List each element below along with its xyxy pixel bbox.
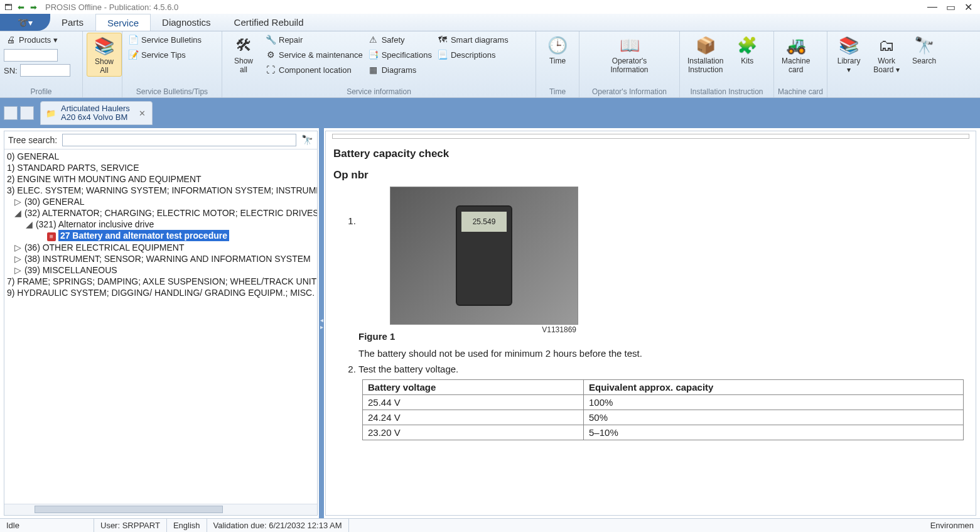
smart-diagrams-button[interactable]: 🗺Smart diagrams [436,33,510,46]
expand-icon[interactable]: ◢ [26,219,33,229]
operators-info-button[interactable]: 📖Operator's Information [606,33,652,75]
tree-row[interactable]: ▷ (30) GENERAL [4,196,317,207]
expand-icon[interactable]: ▷ [14,254,22,264]
table-row: 25.44 V100% [363,395,964,410]
menu-tab-bar: ➰▾ Parts Service Diagnostics Certified R… [0,14,980,31]
expand-icon[interactable]: ◢ [14,208,22,218]
figure-caption: Figure 1 [358,331,971,342]
kits-button[interactable]: 🧩Kits [730,33,765,67]
products-input[interactable] [4,49,58,62]
chevron-down-icon: ▾ [53,35,58,45]
tools-icon: 🛠 [232,34,255,57]
machine-card-button[interactable]: 🚜Machine card [778,33,814,75]
tree-label: 27 Battery and alternator test procedure [58,230,229,241]
specifications-button[interactable]: 📑Specifications [367,48,433,62]
diagrams-button[interactable]: ▦Diagrams [367,63,433,77]
minimize-button[interactable]: — [927,1,937,13]
tab-parts[interactable]: Parts [50,14,95,31]
tree-label: (30) GENERAL [24,197,85,207]
time-button[interactable]: 🕒Time [540,33,575,67]
tree-row[interactable]: 3) ELEC. SYSTEM; WARNING SYSTEM; INFORMA… [4,185,317,196]
svcinfo-show-all-button[interactable]: 🛠Show all [226,33,261,75]
tree-row[interactable]: 1) STANDARD PARTS, SERVICE [4,162,317,173]
document-tab[interactable]: 📁 Articulated HaulersA20 6x4 Volvo BM ✕ [40,101,153,126]
title-bar: 🗔 ⬅ ➡ PROSIS Offline - Publication: 4.5.… [0,0,980,14]
meter-reading: 25.549 [461,212,507,232]
sn-input[interactable] [20,64,70,77]
ribbon-group-service-info: Service information [226,87,532,97]
document-icon: ≡ [47,232,56,241]
products-dropdown[interactable]: 🖨Products ▾ [4,33,59,46]
close-button[interactable]: ✕ [964,1,972,13]
truncated-table-bottom [332,134,969,139]
table-row: 23.20 V5–10% [363,425,964,440]
voltage-capacity-table: Battery voltage Equivalent approx. capac… [362,379,964,440]
search-button[interactable]: 🔭Search [907,33,942,67]
tree-search-input[interactable] [62,134,296,146]
kits-icon: 🧩 [736,34,758,57]
binoculars-icon: 🔭 [913,34,935,57]
service-maintenance-button[interactable]: ⚙Service & maintenance [264,48,364,62]
library-button[interactable]: 📚Library▾ [831,33,866,75]
tips-icon: 📝 [127,49,139,60]
package-icon: 📦 [694,34,717,57]
work-board-button[interactable]: 🗂Work Board ▾ [869,33,904,75]
tree-row[interactable]: 0) GENERAL [4,151,317,162]
tree-label: (32) ALTERNATOR; CHARGING; ELECTRIC MOTO… [24,208,317,218]
service-tips-button[interactable]: 📝Service Tips [126,48,203,62]
close-tab-button[interactable]: ✕ [139,109,146,118]
tab-diagnostics[interactable]: Diagnostics [151,14,223,31]
expand-icon[interactable]: ▷ [14,242,22,252]
tree-search-button[interactable]: 🔭 [301,134,313,146]
status-language: English [167,519,207,532]
forward-icon[interactable]: ➡ [28,1,39,13]
horizontal-scrollbar[interactable] [4,504,317,515]
step-2: Test the battery voltage. [358,364,971,374]
app-menu-button[interactable]: ➰▾ [0,14,50,31]
bulletin-icon: 📄 [127,34,139,45]
expand-icon[interactable]: ▷ [14,197,22,207]
back-icon[interactable]: ⬅ [15,1,26,13]
tree-row[interactable]: 2) ENGINE WITH MOUNTING AND EQUIPMENT [4,173,317,185]
content-panel[interactable]: Battery capacity check Op nbr 25.549 V11… [325,131,976,516]
tree-row[interactable]: ◢ (32) ALTERNATOR; CHARGING; ELECTRIC MO… [4,207,317,219]
desc-icon: 📃 [437,49,448,60]
installation-instruction-button[interactable]: 📦Installation Instruction [684,33,727,75]
tree-row[interactable]: ▷ (38) INSTRUMENT; SENSOR; WARNING AND I… [4,253,317,264]
warning-icon: ⚠ [368,34,379,45]
ribbon-group-bulletins: Service Bulletins/Tips [126,87,218,97]
status-user: User: SRPPART [94,519,167,532]
descriptions-button[interactable]: 📃Descriptions [436,48,510,62]
tree-label: (321) Alternator inclusive drive [36,219,154,229]
show-all-button[interactable]: 📚 Show All [87,33,122,77]
nav-next-button[interactable] [20,106,34,120]
tree-row[interactable]: ≡27 Battery and alternator test procedur… [4,230,317,242]
machine-icon: 🚜 [785,34,807,57]
board-icon: 🗂 [875,34,898,57]
service-bulletins-button[interactable]: 📄Service Bulletins [126,33,203,46]
library-icon: 📚 [837,34,860,57]
tab-service[interactable]: Service [95,14,151,31]
tree-label: 9) HYDRAULIC SYSTEM; DIGGING/ HANDLING/ … [7,288,315,298]
status-bar: Idle User: SRPPART English Validation du… [0,518,980,532]
safety-button[interactable]: ⚠Safety [367,33,433,46]
component-location-button[interactable]: ⛶Component location [264,63,364,77]
tree-label: (36) OTHER ELECTRICAL EQUIPMENT [24,242,185,252]
document-tab-bar: 📁 Articulated HaulersA20 6x4 Volvo BM ✕ [0,98,980,128]
tree-row[interactable]: 9) HYDRAULIC SYSTEM; DIGGING/ HANDLING/ … [4,287,317,298]
tree-row[interactable]: 7) FRAME; SPRINGS; DAMPING; AXLE SUSPENS… [4,276,317,287]
nav-tree[interactable]: 0) GENERAL1) STANDARD PARTS, SERVICE2) E… [4,149,317,504]
step1-note: The battery should not be used for minim… [358,348,971,359]
specs-icon: 📑 [368,49,379,60]
figure-image: 25.549 V1131869 [390,187,578,325]
ribbon: 🖨Products ▾ SN: Profile 📚 Show All 📄Serv… [0,31,980,98]
maximize-button[interactable]: ▭ [946,1,956,13]
tab-certified-rebuild[interactable]: Certified Rebuild [223,14,316,31]
tree-row[interactable]: ◢ (321) Alternator inclusive drive [4,219,317,230]
repair-button[interactable]: 🔧Repair [264,33,364,46]
tree-row[interactable]: ▷ (39) MISCELLANEOUS [4,264,317,276]
nav-prev-button[interactable] [4,106,18,120]
expand-icon[interactable]: ▷ [14,265,22,275]
splitter[interactable]: ◂▸ [319,128,324,518]
tree-row[interactable]: ▷ (36) OTHER ELECTRICAL EQUIPMENT [4,242,317,253]
